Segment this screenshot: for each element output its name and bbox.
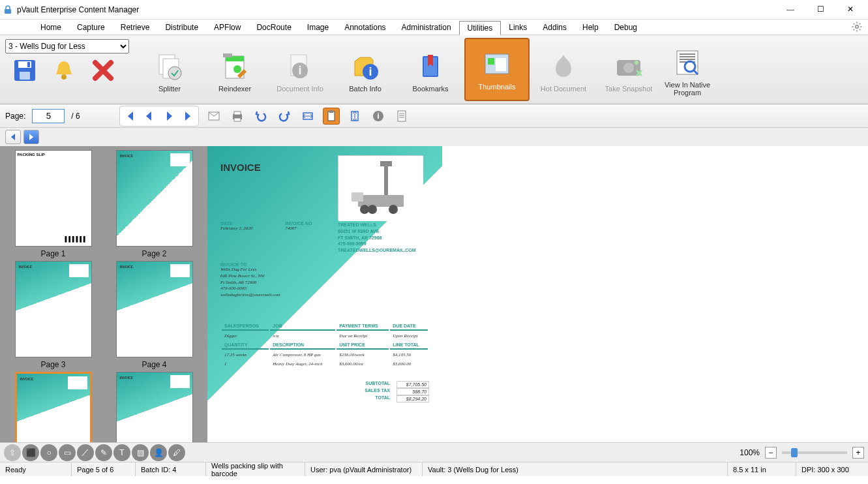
- menu-help[interactable]: Help: [575, 21, 606, 34]
- svg-rect-49: [380, 161, 392, 166]
- mail-button[interactable]: [205, 108, 222, 125]
- thumbnail-5[interactable]: INVOICE: [4, 372, 102, 442]
- save-icon[interactable]: [12, 57, 38, 83]
- menubar: Home Capture Retrieve Distribute APFlow …: [0, 20, 868, 35]
- menu-utilities[interactable]: Utilities: [459, 21, 501, 35]
- forward-button[interactable]: [23, 130, 39, 144]
- fit-height-button[interactable]: [346, 108, 363, 125]
- first-page-button[interactable]: [121, 108, 138, 125]
- menu-annotations[interactable]: Annotations: [337, 21, 393, 34]
- next-page-button[interactable]: [160, 108, 177, 125]
- gear-icon[interactable]: [851, 21, 863, 33]
- thumbnail-3[interactable]: INVOICEPage 3: [4, 261, 102, 369]
- menu-debug[interactable]: Debug: [606, 21, 645, 34]
- annot-highlight-icon[interactable]: 🖊: [168, 444, 185, 461]
- bell-icon[interactable]: [51, 57, 77, 83]
- svg-text:i: i: [368, 65, 372, 78]
- svg-rect-30: [680, 59, 695, 60]
- delete-icon[interactable]: [90, 57, 116, 83]
- annot-rect-icon[interactable]: ▭: [59, 444, 76, 461]
- tool-document-info: i Document Info: [267, 35, 333, 104]
- annot-up-icon[interactable]: ⇧: [4, 444, 21, 461]
- svg-point-26: [635, 61, 638, 65]
- nav-arrows: [0, 128, 868, 146]
- redo-button[interactable]: [276, 108, 293, 125]
- status-size: 8.5 x 11 in: [728, 462, 796, 476]
- statusbar: Ready Page 5 of 6 Batch ID: 4 Wells pack…: [0, 462, 868, 476]
- zoom-out-button[interactable]: −: [765, 447, 777, 459]
- back-button[interactable]: [5, 130, 21, 144]
- tool-view-native[interactable]: View In Native Program: [661, 35, 713, 104]
- annot-line-icon[interactable]: ／: [77, 444, 94, 461]
- svg-text:i: i: [298, 64, 301, 77]
- svg-point-1: [856, 25, 859, 29]
- page-label: Page:: [5, 112, 25, 121]
- thumbnail-4[interactable]: INVOICEPage 4: [105, 261, 203, 369]
- annot-text-icon[interactable]: T: [113, 444, 130, 461]
- svg-rect-39: [329, 110, 333, 113]
- pagebar: Page: / 6 i: [0, 104, 868, 128]
- undo-button[interactable]: [252, 108, 269, 125]
- doc-title: INVOICE: [220, 162, 261, 173]
- svg-point-52: [368, 205, 377, 214]
- svg-rect-22: [488, 58, 494, 65]
- svg-rect-54: [352, 192, 363, 202]
- clipboard-button[interactable]: [323, 108, 340, 125]
- menu-links[interactable]: Links: [501, 21, 535, 34]
- menu-home[interactable]: Home: [33, 21, 69, 34]
- svg-rect-38: [328, 112, 335, 121]
- zoom-in-button[interactable]: +: [852, 447, 864, 459]
- invoice-to: INVOICE TO Wells Dug For Less 606 Pine B…: [220, 262, 280, 299]
- close-button[interactable]: ✕: [835, 1, 865, 19]
- thumbnail-6[interactable]: INVOICE: [105, 372, 203, 442]
- minimize-button[interactable]: —: [775, 1, 805, 19]
- last-page-button[interactable]: [180, 108, 197, 125]
- svg-text:i: i: [377, 112, 379, 121]
- info-button[interactable]: i: [370, 108, 387, 125]
- zoom-slider[interactable]: [782, 451, 847, 454]
- tool-take-snapshot: Take Snapshot: [596, 35, 661, 104]
- menu-image[interactable]: Image: [299, 21, 337, 34]
- menu-capture[interactable]: Capture: [69, 21, 113, 34]
- annot-circle-icon[interactable]: ○: [40, 444, 57, 461]
- svg-point-53: [389, 205, 398, 214]
- annot-stop-icon[interactable]: ⬛: [22, 444, 39, 461]
- svg-rect-43: [398, 111, 406, 121]
- annot-person-icon[interactable]: 👤: [150, 444, 167, 461]
- menu-apflow[interactable]: APFlow: [206, 21, 248, 34]
- print-button[interactable]: [229, 108, 246, 125]
- menu-distribute[interactable]: Distribute: [157, 21, 206, 34]
- svg-rect-36: [234, 118, 241, 121]
- tool-thumbnails[interactable]: Thumbnails: [464, 38, 530, 101]
- totals: SUBTOTAL$7,705.50 SALES TAX588.70 TOTAL$…: [365, 381, 429, 402]
- tool-splitter[interactable]: Splitter: [137, 35, 202, 104]
- fit-width-button[interactable]: [299, 108, 316, 125]
- tool-batch-info[interactable]: i Batch Info: [333, 35, 398, 104]
- thumbnail-panel[interactable]: PACKING SLIP▌▌▌▌▌▌Page 1INVOICEPage 2INV…: [0, 146, 207, 442]
- menu-docroute[interactable]: DocRoute: [248, 21, 299, 34]
- status-vault: Vault: 3 (Wells Dug for Less): [423, 462, 728, 476]
- svg-rect-23: [496, 58, 506, 71]
- vault-select[interactable]: 3 - Wells Dug for Less: [5, 39, 129, 53]
- annotation-bar: ⇧ ⬛ ○ ▭ ／ ✎ T ▤ 👤 🖊 100% − +: [0, 442, 868, 462]
- maximize-button[interactable]: ☐: [805, 1, 835, 19]
- lock-icon: [3, 5, 13, 15]
- titlebar: pVault Enterprise Content Manager — ☐ ✕: [0, 0, 868, 20]
- status-user: User: pva (pVault Administrator): [305, 462, 423, 476]
- tool-bookmarks[interactable]: Bookmarks: [398, 35, 463, 104]
- page-input[interactable]: [32, 109, 65, 123]
- svg-rect-12: [223, 53, 232, 57]
- tool-reindexer[interactable]: Reindexer: [202, 35, 267, 104]
- prev-page-button[interactable]: [141, 108, 158, 125]
- thumbnail-1[interactable]: PACKING SLIP▌▌▌▌▌▌Page 1: [4, 150, 102, 258]
- svg-point-6: [61, 74, 67, 80]
- doc-button[interactable]: [393, 108, 410, 125]
- menu-addins[interactable]: Addins: [535, 21, 575, 34]
- thumbnail-2[interactable]: INVOICEPage 2: [105, 150, 203, 258]
- tool-hot-document: Hot Document: [531, 35, 596, 104]
- menu-administration[interactable]: Administration: [394, 21, 459, 34]
- annot-note-icon[interactable]: ▤: [132, 444, 149, 461]
- svg-rect-35: [234, 112, 241, 115]
- menu-retrieve[interactable]: Retrieve: [113, 21, 158, 34]
- annot-pencil-icon[interactable]: ✎: [95, 444, 112, 461]
